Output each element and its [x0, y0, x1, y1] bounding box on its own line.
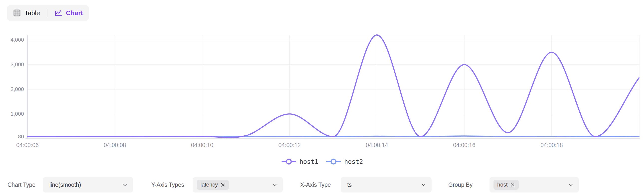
svg-text:04:00:16: 04:00:16 — [453, 142, 476, 148]
legend-label-host2: host2 — [344, 158, 363, 165]
svg-text:1,000: 1,000 — [10, 111, 24, 117]
chart-type-select[interactable]: line(smooth) — [43, 177, 133, 193]
svg-text:04:00:08: 04:00:08 — [104, 142, 126, 148]
y-axis-types-select[interactable]: latency — [193, 177, 283, 193]
series-line-host1 — [28, 35, 639, 137]
legend-item-host1[interactable]: host1 — [281, 158, 318, 165]
y-axis-types-label: Y-Axis Types — [151, 177, 184, 193]
x-axis-type-label: X-Axis Type — [300, 177, 331, 193]
line-chart[interactable]: 1,0002,0003,0004,0008004:00:0604:00:0804… — [0, 0, 644, 153]
legend-label-host1: host1 — [300, 158, 318, 165]
axes — [26, 35, 640, 139]
legend-marker-host1 — [281, 158, 296, 165]
svg-text:80: 80 — [18, 134, 24, 140]
svg-text:04:00:06: 04:00:06 — [16, 142, 39, 148]
y-axis-chip-latency: latency — [197, 180, 229, 190]
svg-text:2,000: 2,000 — [10, 86, 24, 92]
grid-lines — [28, 35, 640, 137]
x-axis-type-select[interactable]: ts — [341, 177, 432, 193]
svg-text:4,000: 4,000 — [10, 37, 24, 43]
x-axis-type-value: ts — [347, 182, 352, 188]
x-axis-labels: 04:00:0604:00:0804:00:1004:00:1204:00:14… — [16, 142, 563, 148]
svg-text:04:00:14: 04:00:14 — [366, 142, 388, 148]
chart-type-value: line(smooth) — [50, 182, 81, 188]
svg-text:3,000: 3,000 — [10, 62, 24, 68]
chevron-down-icon — [122, 182, 128, 188]
remove-host-icon[interactable] — [510, 183, 515, 187]
group-by-label: Group By — [448, 177, 472, 193]
group-by-chip-host: host — [494, 180, 519, 190]
y-axis-labels: 1,0002,0003,0004,00080 — [10, 37, 24, 140]
legend-item-host2[interactable]: host2 — [326, 158, 363, 165]
chevron-down-icon — [568, 182, 574, 188]
svg-text:04:00:12: 04:00:12 — [278, 142, 301, 148]
legend-marker-host2 — [326, 158, 341, 165]
svg-text:04:00:18: 04:00:18 — [540, 142, 563, 148]
chevron-down-icon — [272, 182, 278, 188]
chart-type-label: Chart Type — [8, 177, 36, 193]
svg-text:04:00:10: 04:00:10 — [191, 142, 214, 148]
group-by-select[interactable]: host — [490, 177, 579, 193]
remove-latency-icon[interactable] — [220, 183, 225, 187]
y-axis-chip-latency-label: latency — [200, 182, 218, 188]
chart-legend: host1 host2 — [0, 155, 644, 168]
group-by-chip-host-label: host — [497, 182, 508, 188]
chevron-down-icon — [420, 182, 426, 188]
